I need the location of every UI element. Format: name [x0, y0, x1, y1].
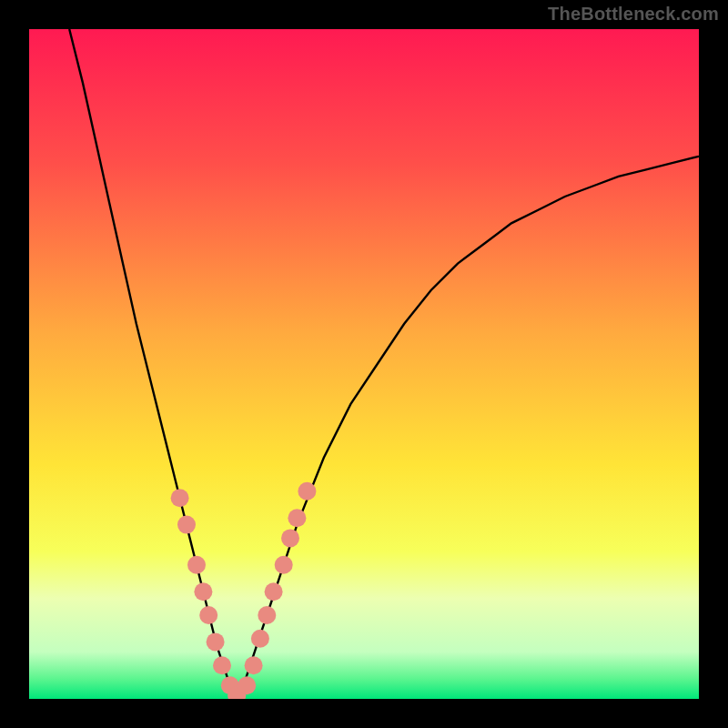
svg-point-17	[288, 509, 306, 527]
svg-point-14	[265, 582, 283, 601]
svg-point-16	[281, 529, 299, 547]
svg-point-5	[199, 606, 217, 624]
watermark-text: TheBottleneck.com	[548, 4, 719, 25]
svg-point-15	[275, 556, 293, 574]
svg-point-18	[298, 482, 316, 500]
svg-point-13	[258, 606, 276, 624]
svg-point-11	[245, 656, 263, 674]
data-beads	[29, 29, 699, 699]
svg-point-1	[171, 489, 189, 507]
svg-point-4	[194, 582, 212, 601]
svg-point-2	[177, 516, 196, 534]
chart-frame: TheBottleneck.com	[0, 0, 728, 728]
svg-point-10	[238, 676, 256, 694]
svg-point-7	[213, 656, 231, 674]
svg-point-12	[251, 630, 269, 648]
svg-point-3	[187, 556, 206, 574]
svg-point-6	[207, 632, 225, 651]
plot-area	[29, 29, 699, 699]
